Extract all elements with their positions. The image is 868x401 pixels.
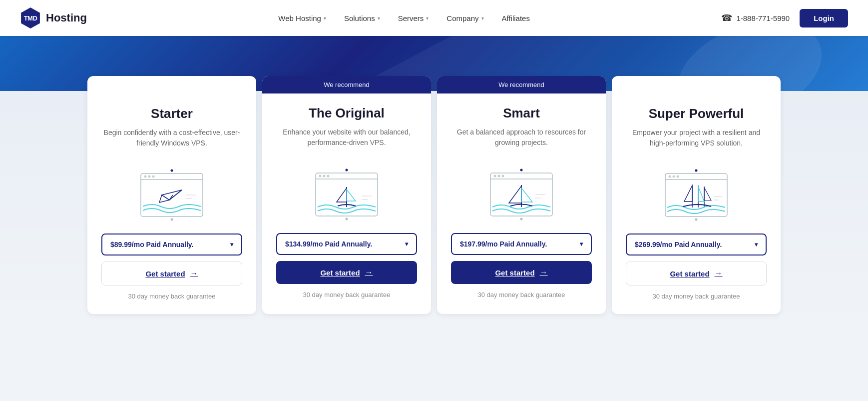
pricing-cards: Starter Begin confidently with a cost-ef… [84,76,784,314]
guarantee-text-starter: 30 day money back guarantee [128,292,216,300]
plan-desc-super-powerful: Empower your project with a resilient an… [626,128,767,158]
price-selector-starter[interactable]: $89.99/mo Paid Annually. ▾ [101,234,242,256]
svg-point-10 [171,218,173,221]
svg-point-14 [319,175,322,178]
arrow-icon: → [190,269,198,278]
svg-point-15 [323,175,326,178]
price-selector-super-powerful[interactable]: $269.99/mo Paid Annually. ▾ [626,234,767,256]
svg-point-35 [695,170,698,172]
recommend-badge-the-original: We recommend [262,76,431,94]
phone-icon: ☎ [721,12,732,24]
svg-marker-19 [347,190,356,201]
svg-marker-18 [337,188,347,202]
plan-illustration-starter [132,168,212,228]
svg-point-23 [520,169,523,172]
svg-marker-6 [162,190,182,200]
svg-marker-30 [509,186,521,203]
svg-point-16 [327,175,330,178]
svg-point-3 [144,176,147,178]
guarantee-text-super-powerful: 30 day money back guarantee [653,292,740,300]
svg-point-0 [171,170,173,172]
logo-link[interactable]: TMD Hosting [20,8,87,28]
svg-marker-45 [698,186,704,202]
chevron-down-icon: ▾ [426,16,429,21]
chevron-down-icon: ▾ [755,241,758,248]
main-header: TMD Hosting Web Hosting ▾ Solutions ▾ Se… [0,0,868,36]
cta-button-super-powerful[interactable]: Get started → [626,262,767,286]
main-nav: Web Hosting ▾ Solutions ▾ Servers ▾ Comp… [278,14,530,22]
svg-point-34 [520,218,523,220]
chevron-down-icon: ▾ [324,16,326,21]
chevron-down-icon: ▾ [481,16,484,21]
chevron-down-icon: ▾ [230,241,233,248]
login-button[interactable]: Login [800,9,848,28]
price-selector-the-original[interactable]: $134.99/mo Paid Annually. ▾ [276,233,417,255]
plan-illustration-super-powerful [656,168,736,228]
svg-marker-31 [521,188,532,202]
price-label-starter: $89.99/mo Paid Annually. [110,240,194,248]
nav-servers[interactable]: Servers ▾ [398,14,429,22]
price-label-smart: $197.99/mo Paid Annually. [460,240,547,248]
cta-button-the-original[interactable]: Get started → [276,261,417,284]
chevron-down-icon: ▾ [580,240,583,248]
svg-point-39 [673,176,675,178]
svg-point-4 [148,176,151,178]
price-selector-smart[interactable]: $197.99/mo Paid Annually. ▾ [451,233,592,255]
logo-badge: TMD [20,8,41,28]
pricing-section: Starter Begin confidently with a cost-ef… [0,76,868,334]
svg-point-27 [498,175,500,178]
plan-card-starter: Starter Begin confidently with a cost-ef… [87,76,256,314]
cta-button-starter[interactable]: Get started → [101,262,242,286]
plan-title-starter: Starter [151,106,193,122]
plan-card-smart: We recommend Smart Get a balanced approa… [437,76,606,314]
phone-number: 1-888-771-5990 [736,14,790,22]
logo-text: Hosting [46,12,87,24]
recommend-badge-smart: We recommend [437,76,606,94]
nav-solutions[interactable]: Solutions ▾ [344,14,380,22]
svg-marker-44 [684,186,692,202]
plan-illustration-the-original [307,167,387,227]
svg-point-5 [152,176,155,178]
plan-card-super-powerful: Super Powerful Empower your project with… [612,76,781,314]
nav-company[interactable]: Company ▾ [446,14,483,22]
plan-illustration-smart [481,167,561,227]
svg-point-26 [494,175,496,178]
guarantee-text-the-original: 30 day money back guarantee [303,291,391,298]
arrow-icon: → [715,269,723,278]
plan-desc-starter: Begin confidently with a cost-effective,… [101,128,242,158]
svg-point-22 [346,218,348,220]
guarantee-text-smart: 30 day money back guarantee [478,291,565,298]
svg-point-49 [695,218,698,221]
nav-web-hosting[interactable]: Web Hosting ▾ [278,14,326,22]
arrow-icon: → [540,268,548,277]
nav-affiliates[interactable]: Affiliates [502,14,530,22]
plan-title-smart: Smart [503,106,540,121]
chevron-down-icon: ▾ [378,16,380,21]
cta-button-smart[interactable]: Get started → [451,261,592,284]
plan-title-the-original: The Original [309,106,385,121]
price-label-super-powerful: $269.99/mo Paid Annually. [635,240,722,248]
plan-title-super-powerful: Super Powerful [649,106,744,122]
svg-marker-46 [704,188,711,200]
svg-point-11 [346,169,348,172]
plan-card-the-original: We recommend The Original Enhance your w… [262,76,431,314]
svg-point-40 [677,176,679,178]
price-label-the-original: $134.99/mo Paid Annually. [285,240,372,248]
svg-point-38 [669,176,671,178]
plan-desc-smart: Get a balanced approach to resources for… [451,127,592,157]
svg-point-28 [502,175,504,178]
chevron-down-icon: ▾ [405,240,408,248]
arrow-icon: → [365,268,373,277]
header-right: ☎ 1-888-771-5990 Login [721,9,848,28]
plan-desc-the-original: Enhance your website with our balanced, … [276,127,417,157]
phone-area[interactable]: ☎ 1-888-771-5990 [721,12,790,24]
